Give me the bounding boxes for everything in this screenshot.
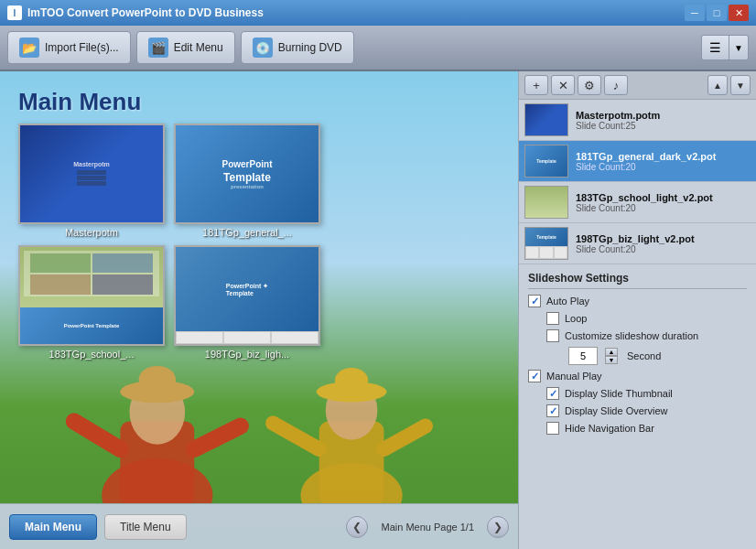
main-toolbar: 📂 Import File(s)... 🎬 Edit Menu 💿 Burnin… — [0, 26, 756, 71]
file-name-3: 198TGp_biz_light_v2.pot — [576, 233, 751, 244]
title-menu-nav-button[interactable]: Title Menu — [104, 514, 187, 540]
right-panel: + ✕ ⚙ ♪ ▲ ▼ Masterpotm.potm Slide Count:… — [518, 71, 756, 549]
edit-menu-label: Edit Menu — [174, 41, 223, 54]
file-thumb-2 — [524, 186, 568, 219]
main-menu-title: Main Menu — [0, 71, 518, 124]
slide-thumb-4[interactable]: PowerPoint ✦Template 198TGp_biz_ligh... — [174, 245, 320, 360]
file-info-3: 198TGp_biz_light_v2.pot Slide Count:20 — [576, 233, 751, 254]
preview-nav: Main Menu Title Menu ❮ Main Menu Page 1/… — [0, 503, 518, 549]
title-bar: I ImTOO Convert PowerPoint to DVD Busine… — [0, 0, 756, 26]
display-overview-checkbox[interactable] — [546, 404, 559, 417]
slide-thumbnails: Masterpotm Masterpotm — [0, 124, 518, 238]
display-thumbnail-row: Display Slide Thumbnail — [528, 387, 747, 400]
file-info-1: 181TGp_general_dark_v2.pot Slide Count:2… — [576, 151, 751, 172]
file-name-1: 181TGp_general_dark_v2.pot — [576, 151, 751, 162]
file-count-0: Slide Count:25 — [576, 121, 751, 131]
svg-point-0 — [102, 458, 212, 503]
file-thumb-0 — [524, 103, 568, 136]
manual-play-label: Manual Play — [546, 371, 602, 382]
slide-label-1: Masterpotm — [65, 227, 118, 238]
file-info-0: Masterpotm.potm Slide Count:25 — [576, 110, 751, 131]
file-name-2: 183TGp_school_light_v2.pot — [576, 192, 751, 203]
file-thumb-3: Template — [524, 227, 568, 260]
page-info: Main Menu Page 1/1 — [381, 522, 474, 533]
display-thumbnail-label: Display Slide Thumbnail — [565, 388, 673, 399]
slide-image-4: PowerPoint ✦Template — [174, 245, 320, 346]
hide-nav-checkbox[interactable] — [546, 422, 559, 435]
duration-row: ▲ ▼ Second — [528, 347, 747, 365]
file-item-3[interactable]: Template 198TGp_biz_light_v2.pot Slide C… — [519, 223, 756, 264]
manual-play-row: Manual Play — [528, 370, 747, 382]
manual-play-checkbox[interactable] — [528, 370, 541, 382]
view-dropdown-arrow[interactable]: ▼ — [729, 36, 748, 59]
maximize-button[interactable]: □ — [707, 5, 727, 21]
next-page-button[interactable]: ❯ — [487, 516, 509, 538]
prev-page-button[interactable]: ❮ — [346, 516, 368, 538]
slideshow-settings: Slideshow Settings Auto Play Loop Custom… — [519, 264, 756, 549]
customize-duration-row: Customize slideshow duration — [528, 329, 747, 342]
edit-menu-button[interactable]: 🎬 Edit Menu — [136, 31, 235, 64]
svg-line-6 — [194, 426, 241, 449]
file-toolbar: + ✕ ⚙ ♪ ▲ ▼ — [519, 71, 756, 100]
file-item-2[interactable]: 183TGp_school_light_v2.pot Slide Count:2… — [519, 182, 756, 223]
options-button[interactable]: ⚙ — [578, 75, 601, 95]
window-title: ImTOO Convert PowerPoint to DVD Business — [27, 6, 685, 19]
customize-duration-label: Customize slideshow duration — [565, 330, 698, 341]
app-icon: I — [7, 5, 22, 20]
auto-play-row: Auto Play — [528, 295, 747, 307]
svg-point-3 — [120, 381, 194, 403]
slide-thumb-2[interactable]: PowerPoint Template presentation 181TGp_… — [174, 124, 320, 238]
duration-input[interactable] — [568, 347, 598, 365]
display-thumbnail-checkbox[interactable] — [546, 387, 559, 400]
slide-thumb-3[interactable]: PowerPoint Template 183TGp_school_. — [18, 245, 165, 360]
move-down-button[interactable]: ▼ — [730, 75, 751, 95]
svg-rect-11 — [335, 368, 368, 393]
slide-image-1: Masterpotm — [18, 124, 165, 224]
duration-unit: Second — [627, 350, 661, 361]
import-button[interactable]: 📂 Import File(s)... — [7, 31, 131, 64]
svg-point-7 — [300, 463, 402, 503]
burning-dvd-button[interactable]: 💿 Burning DVD — [241, 31, 354, 64]
add-file-button[interactable]: + — [524, 75, 548, 95]
view-button[interactable]: ☰ ▼ — [701, 35, 749, 60]
customize-duration-checkbox[interactable] — [546, 329, 559, 342]
main-area: Main Menu Masterpotm — [0, 71, 756, 549]
slide-label-2: 181TGp_general_... — [202, 227, 292, 238]
svg-rect-4 — [139, 366, 176, 393]
slide-label-3: 183TGp_school_... — [49, 349, 135, 360]
svg-point-9 — [326, 381, 378, 440]
hide-nav-row: Hide Navigation Bar — [528, 422, 747, 435]
spinner-up[interactable]: ▲ — [605, 348, 618, 356]
duration-spinner: ▲ ▼ — [605, 348, 618, 364]
file-count-2: Slide Count:20 — [576, 203, 751, 213]
minimize-button[interactable]: ─ — [685, 5, 705, 21]
file-count-1: Slide Count:20 — [576, 162, 751, 172]
edit-icon: 🎬 — [148, 38, 168, 58]
close-button[interactable]: ✕ — [729, 5, 749, 21]
file-item-1[interactable]: Template 181TGp_general_dark_v2.pot Slid… — [519, 141, 756, 182]
music-button[interactable]: ♪ — [604, 75, 628, 95]
slide-thumb-1[interactable]: Masterpotm Masterpotm — [18, 124, 165, 238]
remove-file-button[interactable]: ✕ — [551, 75, 575, 95]
file-count-3: Slide Count:20 — [576, 244, 751, 254]
file-info-2: 183TGp_school_light_v2.pot Slide Count:2… — [576, 192, 751, 213]
svg-point-2 — [130, 380, 186, 445]
display-overview-label: Display Slide Overview — [565, 405, 667, 416]
preview-area: Main Menu Masterpotm — [0, 71, 518, 549]
burn-icon: 💿 — [253, 38, 273, 58]
file-item-0[interactable]: Masterpotm.potm Slide Count:25 — [519, 100, 756, 141]
file-thumb-1: Template — [524, 145, 568, 178]
move-up-button[interactable]: ▲ — [707, 75, 728, 95]
loop-row: Loop — [528, 312, 747, 325]
burning-dvd-label: Burning DVD — [278, 41, 342, 54]
loop-checkbox[interactable] — [546, 312, 559, 325]
svg-line-5 — [74, 422, 121, 449]
slide-thumbnails-row2: PowerPoint Template 183TGp_school_. — [0, 245, 518, 360]
display-overview-row: Display Slide Overview — [528, 404, 747, 417]
auto-play-checkbox[interactable] — [528, 295, 541, 307]
view-icon[interactable]: ☰ — [702, 36, 729, 59]
file-name-0: Masterpotm.potm — [576, 110, 751, 121]
hide-nav-label: Hide Navigation Bar — [565, 423, 654, 434]
spinner-down[interactable]: ▼ — [605, 356, 618, 364]
main-menu-nav-button[interactable]: Main Menu — [9, 514, 97, 540]
